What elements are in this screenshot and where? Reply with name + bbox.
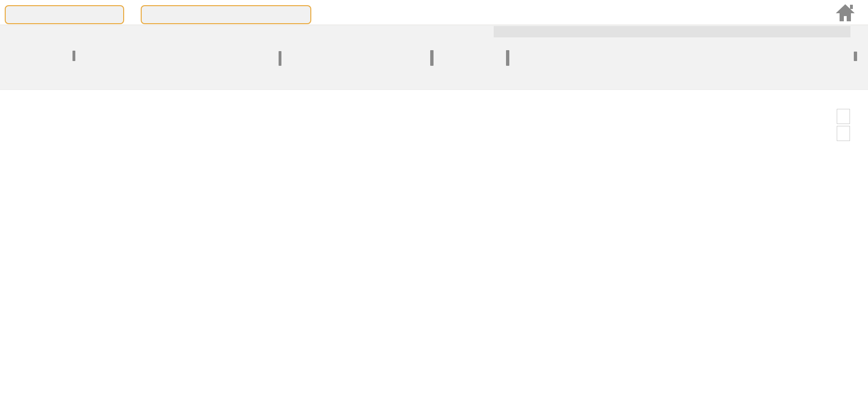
employee-slicer [499, 27, 847, 40]
workweek-month-slicer [89, 27, 167, 41]
clear-filter-icon[interactable] [387, 28, 396, 36]
scroll-up-button[interactable] [837, 109, 850, 124]
year-scrollbar-thumb[interactable] [72, 51, 75, 61]
occupation-slicer [176, 27, 283, 41]
multi-select-icon[interactable] [56, 28, 65, 36]
clear-filter-icon[interactable] [274, 28, 283, 36]
employee-scrollbar-thumb[interactable] [854, 52, 857, 61]
multi-select-icon[interactable] [465, 28, 475, 36]
clear-filter-icon[interactable] [838, 28, 847, 36]
department-slicer [297, 27, 396, 41]
multi-select-icon[interactable] [372, 28, 382, 36]
department-scrollbar-thumb[interactable] [430, 50, 434, 66]
multi-select-icon[interactable] [260, 28, 269, 36]
overtime-report-page [0, 0, 868, 398]
worked-hours-kpi-button[interactable] [5, 5, 124, 24]
division-slicer [406, 27, 489, 41]
overtime-hours-kpi-button[interactable] [141, 5, 311, 24]
multi-select-icon[interactable] [143, 28, 153, 36]
scroll-down-button[interactable] [837, 126, 850, 141]
filter-band [0, 25, 868, 90]
multi-select-icon[interactable] [823, 28, 833, 36]
clear-filter-icon[interactable] [157, 28, 167, 36]
clear-filter-icon[interactable] [479, 28, 489, 36]
clear-filter-icon[interactable] [70, 28, 80, 36]
division-scrollbar-thumb[interactable] [506, 50, 509, 66]
home-icon[interactable] [835, 3, 856, 22]
occupation-scrollbar-thumb[interactable] [279, 51, 281, 66]
workweek-year-slicer [5, 27, 80, 41]
